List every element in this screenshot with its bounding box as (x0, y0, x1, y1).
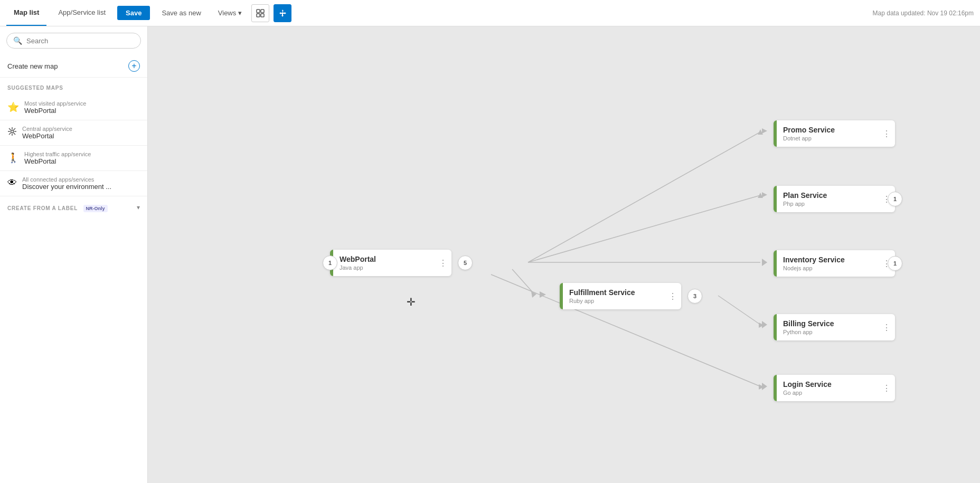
sidebar-item-value-3: Discover your environment ... (22, 183, 111, 191)
views-button[interactable]: Views ▾ (213, 6, 247, 20)
star-icon: ⭐ (7, 101, 19, 113)
search-icon: 🔍 (13, 36, 22, 45)
search-input[interactable] (26, 37, 134, 45)
nr-only-badge: NR-Only (83, 205, 108, 212)
create-new-map-label: Create new map (7, 62, 58, 70)
webportal-badge-right: 5 (458, 255, 473, 270)
main-layout: 🔍 Create new map + SUGGESTED MAPS ⭐ Most… (0, 26, 980, 483)
eye-icon: 👁 (7, 177, 17, 188)
sidebar: 🔍 Create new map + SUGGESTED MAPS ⭐ Most… (0, 26, 148, 483)
svg-line-9 (9, 128, 11, 130)
create-plus-icon[interactable]: + (128, 60, 140, 72)
node-webportal[interactable]: 1 WebPortal Java app ⋮ 5 (330, 250, 451, 276)
webportal-badge-left: 1 (323, 255, 337, 270)
sidebar-item-label-3: All connected apps/services (22, 176, 111, 183)
central-icon (7, 127, 17, 139)
svg-line-11 (14, 128, 16, 130)
svg-marker-20 (531, 291, 536, 298)
svg-marker-25 (540, 291, 546, 298)
svg-marker-22 (759, 323, 764, 328)
move-cursor: ✛ (407, 296, 416, 308)
sidebar-item-value-1: WebPortal (22, 132, 72, 140)
sidebar-item-all-connected[interactable]: 👁 All connected apps/services Discover y… (0, 171, 147, 196)
sidebar-item-label-1: Central app/service (22, 126, 72, 132)
node-inventory[interactable]: Inventory Service Nodejs app ⋮ 1 (774, 250, 895, 277)
sidebar-item-highest-traffic[interactable]: 🚶 Highest traffic app/service WebPortal (0, 146, 147, 171)
save-button[interactable]: Save (117, 6, 150, 20)
chevron-down-icon: ▾ (137, 204, 140, 211)
sidebar-item-value-2: WebPortal (24, 157, 91, 165)
svg-rect-1 (261, 10, 264, 13)
promo-subtitle: Dotnet app (783, 135, 872, 141)
fulfillment-subtitle: Ruby app (569, 298, 658, 304)
traffic-icon: 🚶 (7, 152, 19, 164)
fulfillment-menu-button[interactable]: ⋮ (664, 283, 681, 309)
map-updated-text: Map data updated: Nov 19 02:16pm (873, 10, 974, 17)
svg-line-10 (14, 133, 16, 135)
inventory-title: Inventory Service (783, 255, 872, 264)
svg-marker-18 (762, 260, 767, 265)
create-from-label-text: CREATE FROM A LABEL (7, 205, 78, 211)
plan-title: Plan Service (783, 191, 872, 200)
svg-marker-16 (758, 193, 763, 198)
create-new-map-item[interactable]: Create new map + (0, 55, 147, 78)
sidebar-item-central[interactable]: Central app/service WebPortal (0, 120, 147, 146)
sidebar-item-most-visited[interactable]: ⭐ Most visited app/service WebPortal (0, 95, 147, 120)
billing-title: Billing Service (783, 319, 872, 328)
node-billing[interactable]: Billing Service Python app ⋮ (774, 314, 895, 340)
fulfillment-badge-right: 3 (687, 289, 702, 304)
svg-marker-30 (762, 383, 767, 390)
svg-line-21 (718, 296, 760, 325)
login-title: Login Service (783, 380, 872, 389)
billing-menu-button[interactable]: ⋮ (878, 314, 895, 340)
svg-marker-28 (762, 259, 767, 266)
svg-line-19 (512, 269, 533, 293)
grid-icon-button[interactable] (251, 4, 269, 22)
svg-line-13 (528, 132, 760, 262)
node-fulfillment[interactable]: Fulfillment Service Ruby app ⋮ 3 (560, 283, 681, 309)
svg-marker-14 (758, 129, 763, 135)
webportal-title: WebPortal (340, 255, 428, 263)
svg-marker-29 (762, 321, 767, 328)
plan-badge: 1 (888, 192, 902, 206)
svg-line-15 (528, 195, 760, 262)
svg-rect-0 (257, 10, 260, 13)
fulfillment-title: Fulfillment Service (569, 288, 658, 297)
svg-point-4 (11, 130, 14, 133)
map-canvas[interactable]: 1 WebPortal Java app ⋮ 5 Fulfillment Ser… (148, 26, 980, 483)
webportal-menu-button[interactable]: ⋮ (435, 250, 451, 276)
toolbar: Map list App/Service list Save Save as n… (0, 0, 980, 26)
sidebar-item-label-2: Highest traffic app/service (24, 151, 91, 157)
chevron-down-icon: ▾ (238, 9, 242, 17)
svg-line-12 (9, 133, 11, 135)
login-subtitle: Go app (783, 390, 872, 396)
svg-marker-27 (762, 192, 767, 197)
inventory-subtitle: Nodejs app (783, 265, 872, 271)
promo-title: Promo Service (783, 126, 872, 134)
search-box[interactable]: 🔍 (6, 33, 141, 49)
sidebar-item-value-0: WebPortal (24, 107, 86, 115)
svg-marker-26 (762, 128, 767, 134)
create-from-label-section[interactable]: CREATE FROM A LABEL NR-Only ▾ (0, 196, 147, 219)
node-plan[interactable]: Plan Service Php app ⋮ 1 (774, 186, 895, 212)
sidebar-item-label-0: Most visited app/service (24, 100, 86, 107)
node-promo[interactable]: Promo Service Dotnet app ⋮ (774, 120, 895, 147)
svg-marker-24 (759, 384, 764, 390)
inventory-badge: 1 (888, 256, 902, 271)
tab-map-list[interactable]: Map list (6, 0, 46, 26)
login-menu-button[interactable]: ⋮ (878, 375, 895, 401)
billing-subtitle: Python app (783, 329, 872, 335)
promo-menu-button[interactable]: ⋮ (878, 120, 895, 147)
svg-rect-3 (261, 14, 264, 17)
move-icon-button[interactable] (274, 4, 291, 22)
webportal-subtitle: Java app (340, 264, 428, 271)
suggested-maps-header: SUGGESTED MAPS (0, 78, 147, 95)
save-as-new-button[interactable]: Save as new (154, 6, 208, 20)
svg-rect-2 (257, 14, 260, 17)
node-login[interactable]: Login Service Go app ⋮ (774, 375, 895, 401)
plan-subtitle: Php app (783, 201, 872, 207)
tab-app-service-list[interactable]: App/Service list (51, 0, 113, 26)
